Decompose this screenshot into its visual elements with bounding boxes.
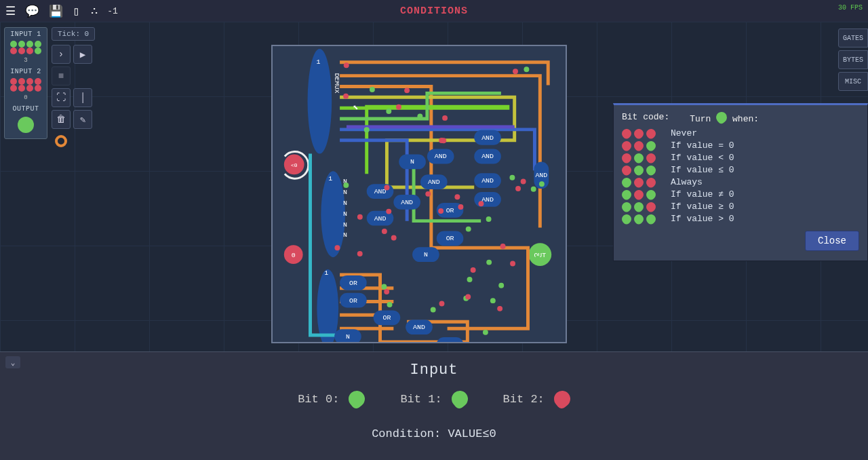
collapse-button[interactable]: ⌄ xyxy=(5,356,20,368)
book-icon[interactable]: ▯ xyxy=(73,4,79,18)
bit-dot xyxy=(632,151,646,165)
stop-button[interactable]: ■ xyxy=(52,66,71,85)
bit-bulb xyxy=(448,387,471,410)
output-label: OUTPUT xyxy=(12,105,39,113)
svg-text:N: N xyxy=(410,158,414,166)
svg-point-83 xyxy=(384,185,390,191)
menu-icon[interactable]: ☰ xyxy=(5,4,16,18)
bit-dot xyxy=(35,47,41,54)
bit-dot xyxy=(26,78,33,85)
svg-text:0: 0 xyxy=(292,252,296,259)
condition-text: Always xyxy=(671,177,703,187)
svg-point-75 xyxy=(531,187,536,192)
edit-tool[interactable]: ✎ xyxy=(73,110,92,129)
svg-text:AND: AND xyxy=(481,153,494,160)
bit-dot xyxy=(620,212,633,226)
play-button[interactable]: ▶ xyxy=(73,45,92,64)
tree-icon[interactable]: ⛬ xyxy=(89,4,100,18)
delete-tool[interactable]: 🗑 xyxy=(52,110,71,129)
svg-text:AND: AND xyxy=(401,199,413,206)
bit-bulb xyxy=(551,387,574,410)
input-heading: Input xyxy=(0,352,868,379)
bit-label: Bit 0: xyxy=(298,393,339,406)
svg-point-102 xyxy=(535,256,540,261)
svg-text:OR: OR xyxy=(349,280,357,287)
chat-icon[interactable]: 💬 xyxy=(25,4,39,18)
svg-point-106 xyxy=(467,277,473,282)
bit-label: Bit 2: xyxy=(503,393,545,406)
bit-dot xyxy=(10,85,17,92)
svg-point-92 xyxy=(513,69,518,74)
bit-dot xyxy=(632,139,646,153)
bit-dot xyxy=(10,47,17,54)
bit-dot xyxy=(632,188,646,202)
bit-dot xyxy=(35,78,41,85)
truth-table-row: If value ≥ 0 xyxy=(622,202,859,212)
step-button[interactable]: › xyxy=(52,45,71,64)
bit-dot xyxy=(632,127,646,140)
svg-text:AND: AND xyxy=(374,215,387,223)
svg-text:AND: AND xyxy=(481,134,494,142)
truth-table-row: If value = 0 xyxy=(622,140,859,151)
category-gates[interactable]: GATES xyxy=(838,28,868,47)
bit-dot xyxy=(18,41,25,47)
svg-point-85 xyxy=(539,181,545,187)
wire-tool[interactable]: │ xyxy=(73,88,92,107)
input1-value: 3 xyxy=(24,57,27,64)
input-bit: Bit 2: xyxy=(503,391,570,407)
input1-bits xyxy=(10,41,41,54)
svg-point-84 xyxy=(384,289,389,294)
condition-text: If value < 0 xyxy=(671,153,734,163)
output-bulb xyxy=(18,117,34,133)
condition-text: Never xyxy=(671,128,697,138)
svg-point-81 xyxy=(486,260,492,265)
svg-text:N: N xyxy=(343,221,347,229)
svg-text:1: 1 xyxy=(324,269,328,277)
svg-text:AND: AND xyxy=(413,324,425,331)
svg-text:N: N xyxy=(343,231,347,239)
input-bit: Bit 0: xyxy=(298,391,365,407)
bit-dot xyxy=(644,200,658,214)
svg-point-99 xyxy=(509,175,515,180)
circuit-canvas[interactable]: DEMUX 1 N N N N N N 1 1 0 <0 OUT ANDANDA… xyxy=(271,45,567,343)
svg-point-67 xyxy=(387,302,393,307)
input1-label: INPUT 1 xyxy=(10,31,41,38)
bit-dot xyxy=(26,47,33,54)
svg-text:AND: AND xyxy=(444,341,456,342)
close-button[interactable]: Close xyxy=(805,231,859,251)
svg-text:N: N xyxy=(424,251,428,258)
svg-point-74 xyxy=(515,186,521,191)
svg-point-76 xyxy=(357,214,363,220)
svg-text:AND: AND xyxy=(481,177,494,185)
svg-point-72 xyxy=(442,115,448,121)
bit-dot xyxy=(18,47,25,54)
truth-table-row: If value ≤ 0 xyxy=(622,165,859,175)
save-icon[interactable]: 💾 xyxy=(49,4,63,18)
input-bits-row: Bit 0:Bit 1:Bit 2: xyxy=(0,391,868,407)
svg-text:1: 1 xyxy=(328,175,332,183)
truth-table-popup: Bit code: Turn when: NeverIf value = 0If… xyxy=(613,103,868,261)
svg-point-82 xyxy=(386,109,391,114)
bit-bulb xyxy=(345,387,368,410)
bit-dot xyxy=(632,212,646,226)
svg-point-63 xyxy=(343,94,349,99)
select-tool[interactable]: ⛶ xyxy=(52,88,71,107)
svg-point-80 xyxy=(343,183,349,188)
svg-point-68 xyxy=(524,66,529,72)
input-bit: Bit 1: xyxy=(400,391,467,407)
svg-point-96 xyxy=(478,201,484,206)
svg-point-88 xyxy=(439,301,445,307)
top-menu: ☰ 💬 💾 ▯ ⛬ xyxy=(5,4,100,18)
category-misc[interactable]: MISC xyxy=(838,72,868,91)
wire-color-picker[interactable] xyxy=(52,132,71,151)
bit-dot xyxy=(620,127,633,140)
input2-value: 0 xyxy=(24,94,27,101)
condition-text: If value ≤ 0 xyxy=(671,165,734,175)
svg-point-73 xyxy=(396,104,401,110)
bit-dot xyxy=(644,176,658,189)
category-bytes[interactable]: BYTES xyxy=(838,50,868,69)
svg-text:AND: AND xyxy=(428,178,440,186)
svg-text:N: N xyxy=(343,210,347,218)
svg-point-10 xyxy=(317,269,338,342)
svg-point-87 xyxy=(458,204,463,210)
